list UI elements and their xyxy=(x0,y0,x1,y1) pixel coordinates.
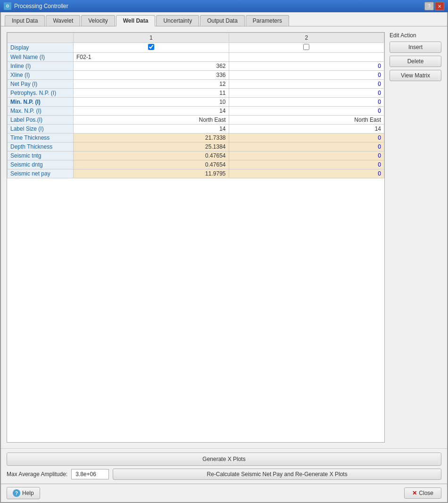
title-bar: ⚙ Processing Controller ? ✕ xyxy=(0,0,448,12)
inline-col2: 0 xyxy=(229,62,384,71)
min-np-col2: 0 xyxy=(229,98,384,107)
depth-thickness-col1: 25.1384 xyxy=(74,143,229,151)
time-thickness-col1: 21.7338 xyxy=(74,134,229,143)
table-panel: 1 2 Display xyxy=(7,32,385,443)
table-row: Xline (I) 336 0 xyxy=(8,71,384,80)
tab-uncertainty[interactable]: Uncertainty xyxy=(156,15,199,26)
col-1-header: 1 xyxy=(74,33,229,43)
net-pay-col1: 12 xyxy=(74,80,229,89)
view-matrix-button[interactable]: View Matrix xyxy=(390,70,441,81)
row-label-depth-thickness: Depth Thickness xyxy=(8,143,74,151)
row-label-label-size: Label Size (I) xyxy=(8,125,74,134)
table-row: Time Thickness 21.7338 0 xyxy=(8,134,384,143)
close-x-icon: ✕ xyxy=(412,490,417,496)
xline-col2: 0 xyxy=(229,71,384,80)
app-icon: ⚙ xyxy=(4,2,11,10)
well-name-col1: F02-1 xyxy=(74,53,229,62)
well-name-col2 xyxy=(229,53,384,62)
petrophys-col2: 0 xyxy=(229,89,384,98)
display-col2-checkbox-cell xyxy=(229,43,384,53)
row-label-time-thickness: Time Thickness xyxy=(8,134,74,143)
row-label-label-pos: Label Pos.(I) xyxy=(8,116,74,125)
row-label-xline: Xline (I) xyxy=(8,71,74,80)
table-row: Seismic tntg 0.47654 0 xyxy=(8,151,384,160)
seismic-tntg-col2: 0 xyxy=(229,151,384,160)
col-label-header xyxy=(8,33,74,43)
tab-bar: Input Data Wavelet Velocity Well Data Un… xyxy=(1,12,447,26)
max-np-col1: 14 xyxy=(74,107,229,116)
table-row: Well Name (I) F02-1 xyxy=(8,53,384,62)
row-label-seismic-net-pay: Seismic net pay xyxy=(8,169,74,178)
side-panel: Edit Action Insert Delete View Matrix xyxy=(390,32,441,443)
label-size-col2: 14 xyxy=(229,125,384,134)
close-button[interactable]: ✕ Close xyxy=(404,487,441,499)
table-row: Seismic net pay 11.9795 0 xyxy=(8,169,384,178)
table-row: Inline (I) 362 0 xyxy=(8,62,384,71)
label-size-col1: 14 xyxy=(74,125,229,134)
recalculate-button[interactable]: Re-Calculate Seismic Net Pay and Re-Gene… xyxy=(113,469,441,480)
row-label-max-np: Max. N.P. (I) xyxy=(8,107,74,116)
help-button[interactable]: ? Help xyxy=(7,487,40,499)
tab-input-data[interactable]: Input Data xyxy=(5,15,45,26)
col-2-header: 2 xyxy=(229,33,384,43)
delete-button[interactable]: Delete xyxy=(390,56,441,67)
data-table: 1 2 Display xyxy=(7,33,384,178)
table-row: Seismic dntg 0.47654 0 xyxy=(8,160,384,169)
main-window: Input Data Wavelet Velocity Well Data Un… xyxy=(0,12,448,503)
display-col2-checkbox[interactable] xyxy=(303,44,309,50)
content-area: 1 2 Display xyxy=(1,26,447,448)
bottom-row: Max Average Amplitude: 3.8e+06 Re-Calcul… xyxy=(7,469,441,480)
label-pos-col1: North East xyxy=(74,116,229,125)
time-thickness-col2: 0 xyxy=(229,134,384,143)
seismic-tntg-col1: 0.47654 xyxy=(74,151,229,160)
table-row: Depth Thickness 25.1384 0 xyxy=(8,143,384,151)
table-row: Max. N.P. (I) 14 0 xyxy=(8,107,384,116)
row-label-min-np: Min. N.P. (I) xyxy=(8,98,74,107)
row-label-seismic-tntg: Seismic tntg xyxy=(8,151,74,160)
row-label-petrophys: Petrophys. N.P. (I) xyxy=(8,89,74,98)
depth-thickness-col2: 0 xyxy=(229,143,384,151)
footer-bar: ? Help ✕ Close xyxy=(1,484,447,502)
display-col1-checkbox[interactable] xyxy=(148,44,154,50)
table-row: Petrophys. N.P. (I) 11 0 xyxy=(8,89,384,98)
max-amp-value: 3.8e+06 xyxy=(71,469,109,479)
close-label: Close xyxy=(419,490,433,496)
display-col1-checkbox-cell xyxy=(74,43,229,53)
edit-action-title: Edit Action xyxy=(390,32,441,39)
tab-wavelet[interactable]: Wavelet xyxy=(46,15,80,26)
row-label-display: Display xyxy=(8,43,74,53)
window-title: Processing Controller xyxy=(14,3,68,9)
row-label-net-pay: Net Pay (I) xyxy=(8,80,74,89)
min-np-col1: 10 xyxy=(74,98,229,107)
seismic-dntg-col1: 0.47654 xyxy=(74,160,229,169)
petrophys-col1: 11 xyxy=(74,89,229,98)
row-label-inline: Inline (I) xyxy=(8,62,74,71)
table-row: Min. N.P. (I) 10 0 xyxy=(8,98,384,107)
table-row: Net Pay (I) 12 0 xyxy=(8,80,384,89)
net-pay-col2: 0 xyxy=(229,80,384,89)
insert-button[interactable]: Insert xyxy=(390,42,441,53)
help-title-button[interactable]: ? xyxy=(424,2,434,10)
close-title-button[interactable]: ✕ xyxy=(435,2,444,10)
seismic-net-pay-col2: 0 xyxy=(229,169,384,178)
help-icon: ? xyxy=(13,489,20,497)
row-label-well-name: Well Name (I) xyxy=(8,53,74,62)
row-label-seismic-dntg: Seismic dntg xyxy=(8,160,74,169)
title-buttons: ? ✕ xyxy=(424,2,444,10)
generate-x-plots-button[interactable]: Generate X Plots xyxy=(7,453,441,466)
seismic-net-pay-col1: 11.9795 xyxy=(74,169,229,178)
label-pos-col2: North East xyxy=(229,116,384,125)
table-row: Display xyxy=(8,43,384,53)
tab-output-data[interactable]: Output Data xyxy=(200,15,245,26)
table-row: Label Size (I) 14 14 xyxy=(8,125,384,134)
max-np-col2: 0 xyxy=(229,107,384,116)
tab-well-data[interactable]: Well Data xyxy=(116,15,156,26)
tab-parameters[interactable]: Parameters xyxy=(246,15,289,26)
help-label: Help xyxy=(22,490,34,496)
max-amp-label: Max Average Amplitude: xyxy=(7,471,67,478)
bottom-area: Generate X Plots Max Average Amplitude: … xyxy=(1,448,447,484)
seismic-dntg-col2: 0 xyxy=(229,160,384,169)
tab-velocity[interactable]: Velocity xyxy=(81,15,115,26)
xline-col1: 336 xyxy=(74,71,229,80)
inline-col1: 362 xyxy=(74,62,229,71)
